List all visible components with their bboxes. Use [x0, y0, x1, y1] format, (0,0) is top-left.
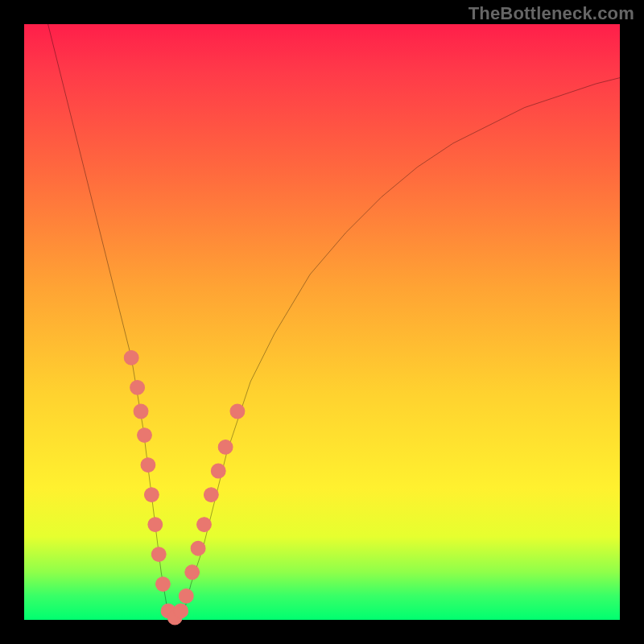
data-marker	[151, 547, 166, 562]
data-marker	[204, 488, 218, 502]
data-marker	[138, 428, 152, 443]
data-marker	[218, 440, 233, 455]
data-marker	[197, 518, 212, 532]
data-marker	[191, 541, 205, 555]
chart-frame: TheBottleneck.com	[0, 0, 644, 644]
data-marker	[124, 351, 138, 365]
chart-svg	[24, 24, 620, 620]
watermark-text: TheBottleneck.com	[469, 3, 634, 24]
data-marker	[134, 404, 148, 419]
data-marker	[130, 381, 145, 395]
data-markers	[124, 351, 244, 625]
data-marker	[179, 589, 193, 604]
data-marker	[144, 488, 159, 502]
data-marker	[185, 565, 200, 580]
plot-area	[24, 24, 620, 620]
data-marker	[148, 518, 163, 532]
data-marker	[230, 404, 245, 419]
data-marker	[156, 577, 171, 592]
data-marker	[141, 458, 155, 473]
bottleneck-curve	[48, 24, 620, 620]
data-marker	[211, 464, 225, 478]
data-marker	[174, 604, 188, 618]
